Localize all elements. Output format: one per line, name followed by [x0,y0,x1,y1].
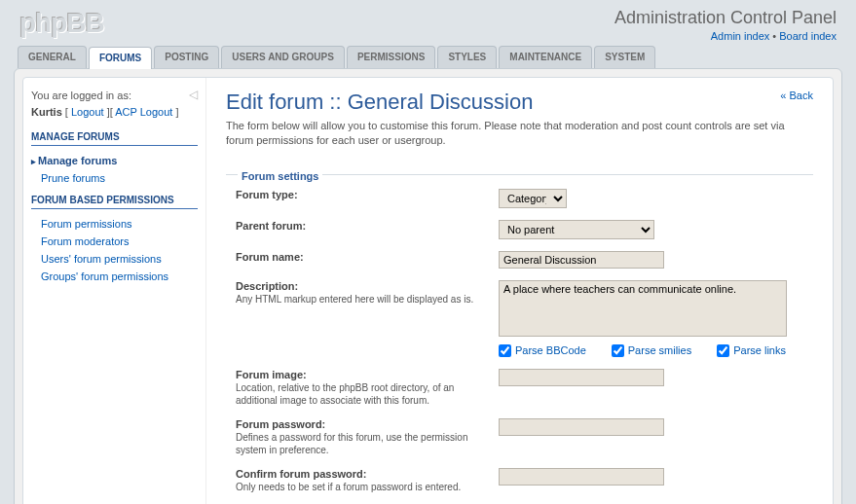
login-info: You are logged in as: Kurtis [ Logout ][… [31,88,198,120]
parse-bbcode-checkbox[interactable]: Parse BBCode [499,344,586,357]
forum-image-label: Forum image: [236,369,307,380]
parent-forum-select[interactable]: No parent [499,220,654,239]
tab-styles[interactable]: STYLES [437,46,497,68]
forum-password-input[interactable] [499,418,664,436]
tab-system[interactable]: SYSTEM [594,46,655,68]
description-textarea[interactable]: A place where teachers can communicate o… [499,280,787,337]
board-index-link[interactable]: Board index [779,30,837,42]
caret-icon: ▸ [31,157,36,166]
separator: • [769,30,779,42]
sidebar-item-forum-moderators[interactable]: Forum moderators [31,233,198,250]
description-hint: Any HTML markup entered here will be dis… [236,293,487,306]
back-link[interactable]: « Back [780,90,813,101]
description-label: Description: [236,280,298,292]
admin-index-link[interactable]: Admin index [711,30,770,42]
phpbb-logo: phpBB [19,8,104,39]
confirm-password-input[interactable] [499,468,664,486]
tab-forums[interactable]: FORUMS [89,47,152,69]
sidebar-section-title: MANAGE FORUMS [31,131,198,146]
acp-title: Administration Control Panel [614,8,837,28]
forum-type-select[interactable]: CategoryForumLink [499,189,567,208]
forum-type-label: Forum type: [236,189,298,200]
parent-forum-label: Parent forum: [236,220,306,232]
tab-permissions[interactable]: PERMISSIONS [347,46,435,68]
acp-logout-link[interactable]: ACP Logout [115,106,172,118]
forum-password-hint: Defines a password for this forum, use t… [236,431,487,456]
username: Kurtis [31,106,62,118]
sidebar-item-prune-forums[interactable]: Prune forums [31,169,198,187]
page-title: Edit forum :: General Discussion [226,90,533,115]
confirm-password-hint: Only needs to be set if a forum password… [236,481,487,493]
sidebar-toggle-icon[interactable]: ◁ [189,88,198,101]
confirm-password-label: Confirm forum password: [236,468,366,480]
logout-link[interactable]: Logout [71,106,104,118]
sidebar-item-manage-forums[interactable]: ▸Manage forums [31,152,198,169]
tab-general[interactable]: GENERAL [18,46,87,68]
forum-name-label: Forum name: [236,251,304,263]
sidebar-item-forum-permissions[interactable]: Forum permissions [31,215,198,233]
forum-image-input[interactable] [499,369,664,386]
page-intro: The form below will allow you to customi… [226,119,813,149]
parse-smilies-checkbox[interactable]: Parse smilies [612,344,691,357]
sidebar-item-groups-forum-permissions[interactable]: Groups' forum permissions [31,268,198,285]
forum-image-hint: Location, relative to the phpBB root dir… [236,381,487,407]
sidebar-item-users-forum-permissions[interactable]: Users' forum permissions [31,250,198,268]
tab-users-and-groups[interactable]: USERS AND GROUPS [221,46,345,68]
parse-links-checkbox[interactable]: Parse links [717,344,786,357]
fieldset-title: Forum settings [238,170,322,182]
tab-maintenance[interactable]: MAINTENANCE [499,46,592,68]
forum-name-input[interactable] [499,251,664,269]
tab-posting[interactable]: POSTING [154,46,219,68]
sidebar-section-title: FORUM BASED PERMISSIONS [31,195,198,209]
forum-password-label: Forum password: [236,418,325,430]
